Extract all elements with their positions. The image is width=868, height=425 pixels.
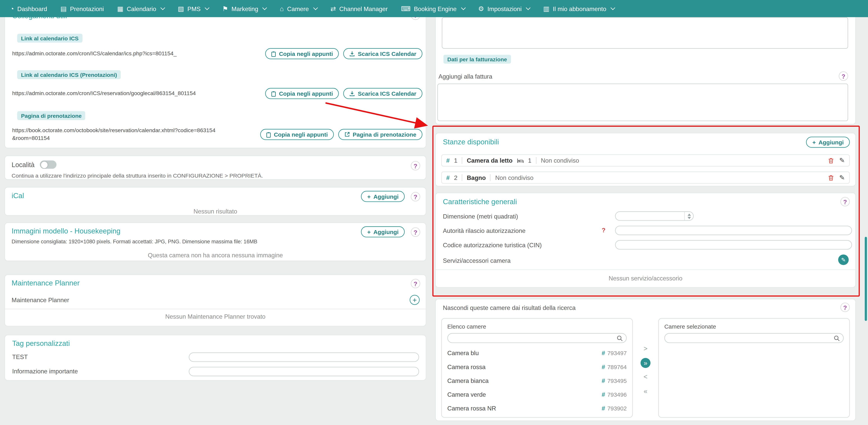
edit-servizi-button[interactable]: ✎ xyxy=(838,254,848,265)
booking-page-url: https://book.octorate.com/octobook/site/… xyxy=(12,127,217,142)
nav-item-impostazioni[interactable]: ⚙ Impostazioni xyxy=(478,5,530,12)
room-list-item[interactable]: Camera blu #793497 xyxy=(447,346,627,360)
add-ical-button[interactable]: + Aggiungi xyxy=(361,191,405,202)
add-maintenance-button[interactable]: + xyxy=(410,295,420,305)
localita-description: Continua a utilizzare l'indirizzo princi… xyxy=(12,173,419,179)
billing-textarea[interactable] xyxy=(437,84,848,121)
help-red-icon[interactable]: ? xyxy=(602,227,606,233)
button-label: Copia negli appunti xyxy=(279,90,333,97)
nav-item-prenotazioni[interactable]: ▤ Prenotazioni xyxy=(60,5,104,12)
section-fatturazione: Dati per la fatturazione Aggiungi alla f… xyxy=(435,0,856,124)
room-list-item[interactable]: Camera rossa #789764 xyxy=(447,360,627,373)
image-size-hint: Dimensione consigliata: 1920×1080 pixels… xyxy=(12,238,419,244)
tag-informazione-input[interactable] xyxy=(189,367,419,376)
button-label: Copia negli appunti xyxy=(274,131,328,138)
chevron-down-icon xyxy=(262,5,267,10)
copy-to-clipboard-button[interactable]: Copia negli appunti xyxy=(265,88,339,99)
section-title: Stanze disponibili xyxy=(443,138,499,146)
chevron-down-icon xyxy=(461,5,465,10)
nav-item-booking-engine[interactable]: ⌨ Booking Engine xyxy=(401,5,465,12)
move-all-right-button[interactable]: » xyxy=(641,358,651,367)
spinner-down-icon[interactable] xyxy=(687,217,691,219)
help-icon[interactable]: ? xyxy=(839,71,848,81)
room-row: # 2 Bagno Non condiviso ✎ xyxy=(441,171,850,184)
channel-sync-icon: ⇄ xyxy=(330,5,336,12)
nav-item-camere[interactable]: ⌂ Camere xyxy=(280,5,317,12)
section-collegamenti-utili: Collegamenti utili ? Link al calendario … xyxy=(4,0,426,148)
button-label: Aggiungi xyxy=(373,193,399,200)
room-id: 793495 xyxy=(607,377,627,384)
dimensione-input[interactable] xyxy=(615,211,693,221)
edit-room-icon[interactable]: ✎ xyxy=(839,157,845,164)
available-rooms-search-input[interactable] xyxy=(447,333,627,343)
room-name: Camera verde xyxy=(447,391,486,397)
section-immagini-housekeeping: Immagini modello - Housekeeping + Aggiun… xyxy=(4,222,426,261)
nav-item-dashboard[interactable]: ◔ Dashboard xyxy=(10,5,47,12)
nav-label: Calendario xyxy=(127,5,156,12)
localita-toggle[interactable] xyxy=(40,161,57,169)
room-list-item[interactable]: Camera bianca #793495 xyxy=(447,373,627,387)
room-list-item[interactable]: Camera verde #793496 xyxy=(447,387,627,401)
hash-icon: # xyxy=(602,405,605,412)
button-label: Copia negli appunti xyxy=(279,50,333,57)
tag-test-input[interactable] xyxy=(189,352,419,362)
section-caratteristiche-generali: Caratteristiche generali ? Dimensione (m… xyxy=(435,193,856,288)
button-label: Aggiungi xyxy=(373,228,399,235)
room-name: Camera blu xyxy=(447,349,479,356)
nav-item-channel-manager[interactable]: ⇄ Channel Manager xyxy=(330,5,388,12)
selected-rooms-search-input[interactable] xyxy=(664,333,844,343)
move-all-left-button[interactable]: « xyxy=(641,386,651,396)
room-list-item[interactable]: Camera rossa NR #793902 xyxy=(447,401,627,415)
add-room-button[interactable]: + Aggiungi xyxy=(806,137,850,148)
cin-input[interactable] xyxy=(615,240,852,249)
edit-room-icon[interactable]: ✎ xyxy=(839,174,845,182)
delete-room-icon[interactable] xyxy=(828,157,834,163)
maintenance-row-label: Maintenance Planner xyxy=(12,296,69,303)
nav-item-calendario[interactable]: ▦ Calendario xyxy=(117,5,164,12)
delete-room-icon[interactable] xyxy=(828,174,834,181)
section-ical: iCal + Aggiungi ? Nessun risultato xyxy=(4,187,426,216)
nav-item-marketing[interactable]: ⚑ Marketing xyxy=(222,5,267,12)
help-icon[interactable]: ? xyxy=(411,279,420,288)
hash-icon: # xyxy=(602,391,605,397)
help-icon[interactable]: ? xyxy=(411,192,420,201)
room-number: 1 xyxy=(454,157,457,164)
copy-to-clipboard-button[interactable]: Copia negli appunti xyxy=(260,129,334,140)
section-tag-personalizzati: Tag personalizzati TEST Informazione imp… xyxy=(4,335,426,381)
clipboard-icon xyxy=(271,51,276,57)
help-icon[interactable]: ? xyxy=(411,161,420,170)
download-icon xyxy=(349,51,355,57)
plus-icon: + xyxy=(367,193,371,200)
billing-top-textarea[interactable] xyxy=(442,17,848,49)
ics-reservation-badge: Link al calendario ICS (Prenotazioni) xyxy=(17,70,121,79)
top-nav: ◔ Dashboard ▤ Prenotazioni ▦ Calendario … xyxy=(0,0,868,17)
section-title: Maintenance Planner xyxy=(12,279,419,287)
copy-to-clipboard-button[interactable]: Copia negli appunti xyxy=(265,48,339,59)
billing-badge: Dati per la fatturazione xyxy=(443,55,511,64)
dashboard-icon: ◔ xyxy=(10,5,14,12)
add-image-button[interactable]: + Aggiungi xyxy=(361,226,405,237)
download-ics-button[interactable]: Scarica ICS Calendar xyxy=(343,48,423,59)
help-icon[interactable]: ? xyxy=(411,227,420,237)
scrollbar-thumb[interactable] xyxy=(865,237,867,321)
move-right-button[interactable]: > xyxy=(641,344,651,353)
maintenance-empty-state: Nessun Maintenance Planner trovato xyxy=(5,313,426,320)
autorita-input[interactable] xyxy=(615,226,852,235)
nav-item-pms[interactable]: ▧ PMS xyxy=(178,5,209,12)
transfer-controls: > » < « xyxy=(639,344,652,396)
divider xyxy=(490,174,491,181)
download-ics-button[interactable]: Scarica ICS Calendar xyxy=(343,88,423,99)
chevron-down-icon xyxy=(205,5,210,10)
help-icon[interactable]: ? xyxy=(840,197,850,206)
divider xyxy=(5,309,426,309)
chevron-down-icon xyxy=(611,5,615,10)
spinner-up-icon[interactable] xyxy=(687,213,691,216)
nav-item-abbonamento[interactable]: ▥ Il mio abbonamento xyxy=(543,5,615,12)
help-icon[interactable]: ? xyxy=(840,302,850,312)
move-left-button[interactable]: < xyxy=(641,372,651,382)
nascondi-label: Nascondi queste camere dai risultati del… xyxy=(443,304,576,311)
nav-label: Channel Manager xyxy=(339,5,388,12)
number-spinner[interactable] xyxy=(684,212,693,220)
open-booking-page-button[interactable]: Pagina di prenotazione xyxy=(338,129,422,140)
plus-icon: + xyxy=(812,139,816,145)
